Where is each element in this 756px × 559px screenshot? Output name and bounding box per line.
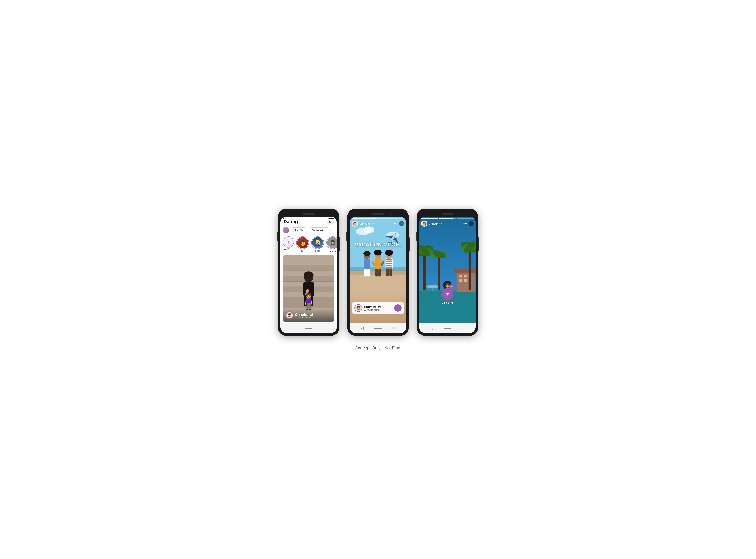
story-card-mutual-2: 12 mutual friends <box>364 309 381 311</box>
card-name: Christine, 28 <box>295 313 314 316</box>
nav-pill-2 <box>374 328 382 329</box>
svg-rect-48 <box>459 275 462 277</box>
story-more-icon-3[interactable]: ••• <box>463 222 467 226</box>
svg-point-26 <box>363 251 371 256</box>
card-info-overlay: 👩 Christine, 28 12 mutual friends <box>283 308 334 322</box>
svg-rect-59 <box>469 246 471 290</box>
story-sarah-item[interactable]: Sarah <box>311 236 324 252</box>
conversations-tab[interactable]: Conversations <box>309 227 330 233</box>
nav-pill <box>305 328 312 329</box>
svg-rect-23 <box>363 259 370 270</box>
story-close-btn-3[interactable]: ✕ <box>469 221 474 226</box>
add-story-label: Add Story <box>284 248 293 250</box>
story-bottom-card-2: 👩 Christine, 28 12 mutual friends ♡ <box>352 302 404 314</box>
home-nav[interactable]: □ <box>322 326 326 330</box>
svg-rect-33 <box>386 258 392 269</box>
story-bianca-item[interactable]: Bianca <box>326 236 337 252</box>
story-header-actions-3: ••• ✕ <box>463 221 474 226</box>
story-taylor-item[interactable]: Taylor <box>296 236 309 252</box>
svg-rect-30 <box>378 269 381 276</box>
story-username-2: Christine <box>359 222 370 225</box>
svg-rect-63 <box>438 253 440 290</box>
back-nav-3[interactable]: ◁ <box>430 326 434 330</box>
story-sarah-circle <box>312 237 323 248</box>
like-sent-label: Like Sent <box>442 301 453 304</box>
back-nav-2[interactable]: ◁ <box>360 326 364 330</box>
battery-icon <box>331 218 334 219</box>
svg-rect-2 <box>283 271 334 271</box>
story-bianca-circle <box>327 237 337 248</box>
progress-bar-3-3 <box>457 218 474 219</box>
svg-rect-35 <box>386 262 392 263</box>
story-card-name-2: Christine, 28 <box>364 305 381 309</box>
svg-rect-7 <box>283 297 334 303</box>
nav-bar-3: ◁ □ <box>419 323 475 333</box>
story-user-info-2: 👩 Christine 3h <box>352 221 394 227</box>
speaker-3 <box>442 214 453 215</box>
svg-rect-36 <box>386 264 392 265</box>
story-close-btn-2[interactable]: ✕ <box>399 221 404 226</box>
story-header-2: 👩 Christine 3h ••• ✕ <box>352 221 404 227</box>
tropical-background <box>419 217 475 323</box>
add-story-circle[interactable]: + <box>283 236 294 247</box>
story-sarah-label: Sarah <box>315 250 320 252</box>
story-taylor-circle <box>297 237 308 248</box>
nav-bar-1: ◁ □ <box>281 323 337 333</box>
add-story-item[interactable]: + Add Story <box>283 236 294 250</box>
tab-avatar <box>283 227 289 233</box>
liked-you-tab[interactable]: Liked You <box>290 227 307 233</box>
camera-1 <box>322 213 323 215</box>
svg-rect-47 <box>454 269 475 273</box>
progress-bar-2 <box>369 218 387 219</box>
svg-rect-25 <box>368 269 370 276</box>
svg-rect-39 <box>390 269 392 276</box>
svg-point-17 <box>363 227 374 233</box>
phone-3: 👩 Christine 2h ••• ✕ <box>417 208 478 336</box>
card-mutual: 12 mutual friends <box>295 316 314 319</box>
story-header-3: 👩 Christine 2h ••• ✕ <box>421 221 474 227</box>
nav-bar-2: ◁ □ <box>350 323 406 333</box>
phone-top-bar-2 <box>350 211 406 217</box>
dating-tabs-row: Liked You Conversations <box>281 226 337 235</box>
story-time-3: 2h <box>441 222 443 225</box>
story-like-button-2[interactable]: ♡ <box>394 304 401 312</box>
heart-bubble: ♡ <box>449 284 454 290</box>
back-nav[interactable]: ◁ <box>291 326 295 330</box>
svg-rect-24 <box>364 269 366 276</box>
story-sarah-ring <box>311 236 324 249</box>
svg-rect-1 <box>283 265 334 271</box>
match-card-area: 👩 Christine, 28 12 mutual friends <box>281 253 337 323</box>
svg-rect-10 <box>303 282 314 296</box>
story-taylor-ring <box>296 236 309 249</box>
progress-bar-3-1 <box>421 218 438 219</box>
svg-rect-49 <box>464 275 467 277</box>
card-text: Christine, 28 12 mutual friends <box>295 313 314 319</box>
svg-rect-55 <box>423 250 426 290</box>
home-nav-2[interactable]: □ <box>392 326 396 330</box>
like-sent-heart-button[interactable]: ♥ <box>442 288 453 300</box>
story-header-actions-2: ••• ✕ <box>394 221 404 226</box>
story-taylor-label: Taylor <box>300 250 305 252</box>
svg-rect-12 <box>310 295 313 306</box>
status-icons: ▪▪▸ <box>329 218 334 220</box>
story-avatar-3: 👩 <box>421 221 427 227</box>
svg-rect-38 <box>386 269 389 276</box>
camera-2 <box>391 213 393 215</box>
svg-rect-51 <box>459 279 462 282</box>
svg-rect-11 <box>304 295 308 306</box>
svg-point-31 <box>374 250 382 255</box>
match-card[interactable]: 👩 Christine, 28 12 mutual friends <box>283 255 334 322</box>
svg-rect-54 <box>432 286 433 291</box>
status-bar-1: 2:04 ▪▪▸ <box>281 217 337 220</box>
story-more-icon-2[interactable]: ••• <box>394 222 398 226</box>
phone-2: 👩 Christine 3h ••• ✕ VACATI <box>347 208 409 336</box>
home-nav-3[interactable]: □ <box>461 326 465 330</box>
speaker-1 <box>303 214 314 215</box>
phone-top-bar-3 <box>419 211 475 217</box>
nav-pill-3 <box>444 328 451 329</box>
svg-point-13 <box>304 271 313 278</box>
progress-bar-1 <box>351 218 369 219</box>
svg-rect-29 <box>375 269 378 276</box>
speaker-2 <box>372 214 384 215</box>
story-progress-bars <box>351 218 405 219</box>
